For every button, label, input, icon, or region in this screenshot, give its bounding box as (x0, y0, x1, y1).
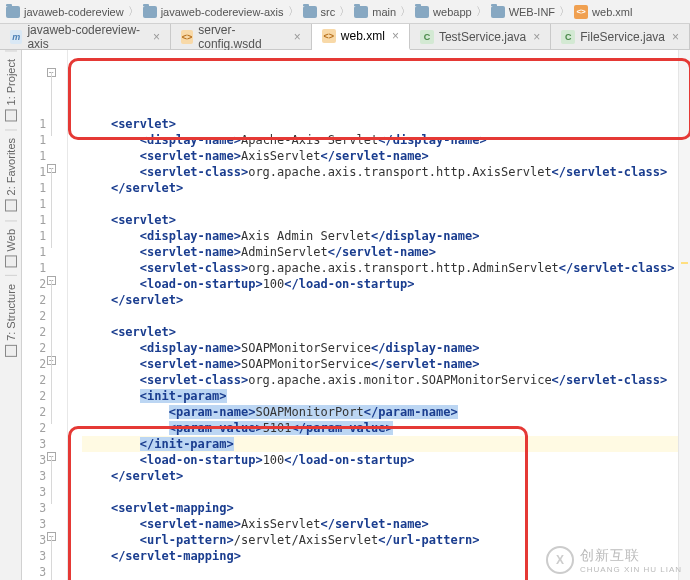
close-icon[interactable]: × (392, 29, 399, 43)
breadcrumb-label: javaweb-codereview (24, 6, 124, 18)
code-line[interactable]: <display-name>SOAPMonitorService</displa… (82, 340, 690, 356)
folder-icon (143, 6, 157, 18)
code-line[interactable]: <init-param> (82, 388, 690, 404)
line-number: 11 (22, 132, 67, 148)
tab-server-config-wsdd[interactable]: <>server-config.wsdd× (171, 24, 312, 49)
close-icon[interactable]: × (672, 30, 679, 44)
line-number: 24 (22, 340, 67, 356)
breadcrumb-item[interactable]: <>web.xml (574, 5, 632, 19)
code-line[interactable] (82, 308, 690, 324)
code-line[interactable]: <servlet-class>org.apache.axis.monitor.S… (82, 372, 690, 388)
tab-javaweb-codereview-axis[interactable]: mjavaweb-codereview-axis× (0, 24, 171, 49)
tool-window-label: Web (5, 229, 17, 251)
code-line[interactable]: </init-param> (82, 436, 690, 452)
close-icon[interactable]: × (533, 30, 540, 44)
code-line[interactable]: <servlet-name>AdminServlet</servlet-name… (82, 244, 690, 260)
watermark-text: 创新互联 (580, 547, 682, 565)
tool-window-2-favorites[interactable]: 2: Favorites (5, 129, 17, 219)
code-line[interactable]: <servlet> (82, 212, 690, 228)
tool-window-icon (5, 345, 17, 357)
folder-icon (303, 6, 317, 18)
close-icon[interactable]: × (294, 30, 301, 44)
code-line[interactable]: <param-name>SOAPMonitorPort</param-name> (82, 404, 690, 420)
breadcrumb-label: src (321, 6, 336, 18)
tab-label: FileService.java (580, 30, 665, 44)
line-number: 10 (22, 116, 67, 132)
code-line[interactable]: <servlet-name>SOAPMonitorService</servle… (82, 356, 690, 372)
line-number: 38 (22, 564, 67, 580)
breadcrumb: javaweb-codereview〉javaweb-codereview-ax… (0, 0, 690, 24)
breadcrumb-label: javaweb-codereview-axis (161, 6, 284, 18)
code-line[interactable]: <param-value>5101</param-value> (82, 420, 690, 436)
code-line[interactable] (82, 196, 690, 212)
breadcrumb-item[interactable]: main (354, 6, 396, 18)
line-number: 29 (22, 420, 67, 436)
line-number: 36 (22, 532, 67, 548)
close-icon[interactable]: × (153, 30, 160, 44)
code-line[interactable]: <load-on-startup>100</load-on-startup> (82, 276, 690, 292)
line-number: 27 (22, 388, 67, 404)
code-line[interactable] (82, 484, 690, 500)
line-number: 6 (22, 52, 67, 68)
code-line[interactable]: <servlet-name>AxisServlet</servlet-name> (82, 148, 690, 164)
line-number: 7 (22, 68, 67, 84)
line-number: 21 (22, 292, 67, 308)
breadcrumb-item[interactable]: webapp (415, 6, 472, 18)
tool-window-1-project[interactable]: 1: Project (5, 50, 17, 129)
line-number: 16 (22, 212, 67, 228)
breadcrumb-label: web.xml (592, 6, 632, 18)
line-number: 8 (22, 84, 67, 100)
tab-web-xml[interactable]: <>web.xml× (312, 24, 410, 50)
maven-icon: m (10, 30, 22, 44)
line-number: 31 (22, 452, 67, 468)
line-number: 33 (22, 484, 67, 500)
class-icon: C (561, 30, 575, 44)
code-editor[interactable]: <servlet> <display-name>Apache-Axis Serv… (68, 50, 690, 580)
code-line[interactable]: <display-name>Axis Admin Servlet</displa… (82, 228, 690, 244)
code-line[interactable]: <servlet-class>org.apache.axis.transport… (82, 164, 690, 180)
xml-file-icon: <> (181, 30, 193, 44)
line-number: 9 (22, 100, 67, 116)
tool-window-icon (5, 109, 17, 121)
tab-fileservice-java[interactable]: CFileService.java× (551, 24, 690, 49)
code-line[interactable]: <servlet-class>org.apache.axis.transport… (82, 260, 690, 276)
code-line[interactable]: <servlet-mapping> (82, 500, 690, 516)
code-line[interactable]: <servlet> (82, 116, 690, 132)
line-number: 19 (22, 260, 67, 276)
class-icon: C (420, 30, 434, 44)
breadcrumb-item[interactable]: javaweb-codereview-axis (143, 6, 284, 18)
line-number: 23 (22, 324, 67, 340)
tab-label: TestService.java (439, 30, 526, 44)
breadcrumb-label: WEB-INF (509, 6, 555, 18)
code-line[interactable]: <load-on-startup>100</load-on-startup> (82, 452, 690, 468)
tool-window-label: 2: Favorites (5, 138, 17, 195)
tool-window-7-structure[interactable]: 7: Structure (5, 275, 17, 365)
tool-window-label: 1: Project (5, 59, 17, 105)
tab-label: javaweb-codereview-axis (27, 23, 146, 51)
breadcrumb-item[interactable]: src (303, 6, 336, 18)
line-number: 18 (22, 244, 67, 260)
code-line[interactable]: </servlet> (82, 468, 690, 484)
code-line[interactable]: <servlet> (82, 324, 690, 340)
breadcrumb-item[interactable]: javaweb-codereview (6, 6, 124, 18)
code-line[interactable]: </servlet> (82, 292, 690, 308)
line-number-gutter: 6789101112131415161718192021222324252627… (22, 50, 68, 580)
fold-strip: −−−−−−− (46, 50, 58, 580)
code-line[interactable] (82, 100, 690, 116)
line-number: 30 (22, 436, 67, 452)
editor-scrollbar[interactable] (678, 50, 690, 580)
folder-icon (354, 6, 368, 18)
breadcrumb-label: main (372, 6, 396, 18)
tab-testservice-java[interactable]: CTestService.java× (410, 24, 551, 49)
editor-tabs: mjavaweb-codereview-axis×<>server-config… (0, 24, 690, 50)
code-line[interactable]: </servlet> (82, 180, 690, 196)
line-number: 34 (22, 500, 67, 516)
code-line[interactable]: <servlet-name>AxisServlet</servlet-name> (82, 516, 690, 532)
code-line[interactable]: <display-name>Apache-Axis Servlet</displ… (82, 132, 690, 148)
watermark-logo-icon: X (546, 546, 574, 574)
breadcrumb-item[interactable]: WEB-INF (491, 6, 555, 18)
line-number: 14 (22, 180, 67, 196)
tool-window-web[interactable]: Web (5, 220, 17, 275)
line-number: 22 (22, 308, 67, 324)
breadcrumb-label: webapp (433, 6, 472, 18)
